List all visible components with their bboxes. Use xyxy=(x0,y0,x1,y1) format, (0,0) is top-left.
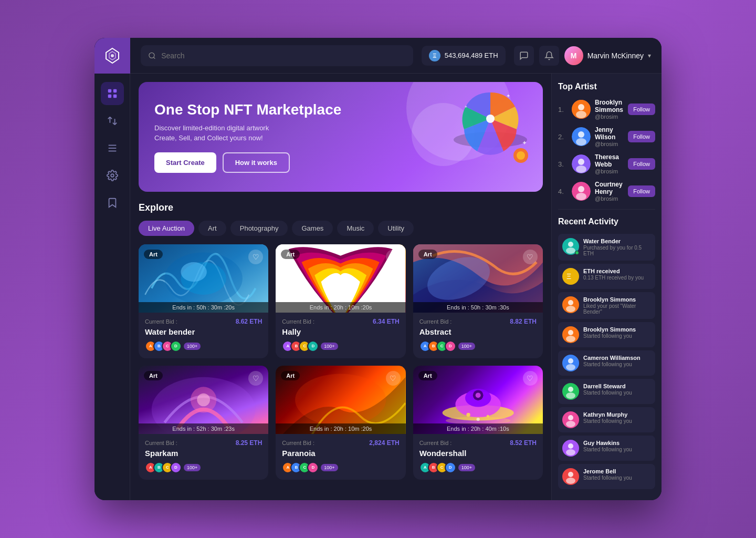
sidebar-item-dashboard[interactable] xyxy=(101,82,124,105)
activity-desc-4: Started following you xyxy=(583,333,651,339)
bell-icon xyxy=(544,51,554,60)
nft-heart-wondershall[interactable]: ♡ xyxy=(523,371,538,386)
svg-text:✦: ✦ xyxy=(506,93,510,99)
svg-point-11 xyxy=(149,53,154,58)
svg-point-63 xyxy=(566,306,575,312)
right-panel: Top Artist 1. Brooklyn Simmons @brosim xyxy=(551,74,662,500)
avatar-stack-water-bender: A B C D xyxy=(145,340,182,352)
nft-bid-value-water-bender: 8.62 ETH xyxy=(236,318,262,325)
tab-art[interactable]: Art xyxy=(198,221,226,236)
nft-timer-sparkam: Ends in : 52h : 30m :23s xyxy=(139,423,268,434)
nft-card-sparkam: Art ♡ Ends in : 52h : 30m :23s Current B… xyxy=(139,366,268,480)
sidebar-item-list[interactable] xyxy=(101,137,124,160)
topbar: Ξ 543,694,489 ETH M Marvin McKinney xyxy=(130,38,662,74)
avatar-sm: D xyxy=(445,462,456,473)
tab-music[interactable]: Music xyxy=(337,221,374,236)
svg-point-81 xyxy=(566,478,575,484)
follow-button-3[interactable]: Follow xyxy=(628,158,655,170)
svg-point-54 xyxy=(578,186,584,192)
svg-point-45 xyxy=(578,104,584,110)
eth-icon: Ξ xyxy=(429,50,440,61)
activity-desc-6: Started following you xyxy=(583,390,651,396)
artist-info-2: Jenny Wilson @brosim xyxy=(595,126,624,147)
sidebar-item-bookmark[interactable] xyxy=(101,191,124,214)
nft-info-paranoia: Current Bid : 2,824 ETH Paranoia A B C xyxy=(276,434,405,480)
nft-heart-abstract[interactable]: ♡ xyxy=(523,250,538,264)
nft-badge-abstract: Art xyxy=(418,250,437,259)
how-it-works-button[interactable]: How it works xyxy=(223,152,290,173)
activity-text-4: Brooklyn Simmons Started following you xyxy=(583,326,651,339)
tab-utility[interactable]: Utility xyxy=(378,221,414,236)
list-icon xyxy=(107,142,118,154)
activity-avatar-5 xyxy=(562,355,579,371)
avatar-count-wondershall: 100+ xyxy=(458,464,475,471)
nft-bid-row-wondershall: Current Bid : 8.52 ETH xyxy=(419,439,537,447)
eth-balance-value: 543,694,489 ETH xyxy=(445,51,498,59)
activity-item-2: Ξ ETH received 0.13 ETH received by you xyxy=(558,264,655,289)
svg-point-80 xyxy=(568,472,573,477)
activity-avatar-1 xyxy=(562,238,579,255)
user-menu[interactable]: M Marvin McKinney ▾ xyxy=(564,46,651,65)
activity-avatar-img-2: Ξ xyxy=(562,268,579,285)
nft-title-hally: Hally xyxy=(282,327,399,336)
follow-button-1[interactable]: Follow xyxy=(628,104,655,115)
avatar-sm: D xyxy=(170,340,182,352)
svg-point-78 xyxy=(566,449,575,456)
hero-art-svg: ✦ ✦ ✦ xyxy=(448,87,532,171)
nft-heart-water-bender[interactable]: ♡ xyxy=(248,250,263,264)
svg-point-43 xyxy=(476,418,479,421)
svg-rect-4 xyxy=(113,89,116,92)
search-box[interactable] xyxy=(141,45,413,66)
activity-avatar-6 xyxy=(562,383,579,400)
avatar-sm: D xyxy=(170,462,182,473)
notification-button[interactable] xyxy=(539,46,559,66)
artist-avatar-img-1 xyxy=(572,100,591,119)
activity-item-4: Brooklyn Simmons Started following you xyxy=(558,322,655,347)
svg-rect-5 xyxy=(108,95,111,98)
activity-name-5: Cameron Williamson xyxy=(583,355,651,361)
tab-photography[interactable]: Photography xyxy=(230,221,288,236)
artist-handle-1: @brosim xyxy=(595,113,624,120)
nft-heart-hally[interactable]: ♡ xyxy=(386,250,401,264)
artist-rank-2: 2. xyxy=(558,133,568,141)
artist-info-1: Brooklyn Simmons @brosim xyxy=(595,99,624,120)
activity-avatar-img-4 xyxy=(562,326,579,343)
start-create-button[interactable]: Start Create xyxy=(154,152,216,173)
nft-avatars-water-bender: A B C D 100+ xyxy=(145,340,262,352)
logo[interactable] xyxy=(94,38,130,74)
nft-heart-paranoia[interactable]: ♡ xyxy=(386,371,401,386)
svg-point-51 xyxy=(578,159,584,165)
follow-button-4[interactable]: Follow xyxy=(628,185,655,197)
nft-bid-value-wondershall: 8.52 ETH xyxy=(510,439,537,447)
activity-text-5: Cameron Williamson Started following you xyxy=(583,355,651,367)
svg-point-33 xyxy=(295,374,386,426)
search-input[interactable] xyxy=(161,51,406,60)
activity-item-8: Guy Hawkins Started following you xyxy=(558,436,655,461)
message-button[interactable] xyxy=(514,46,534,66)
svg-point-74 xyxy=(568,415,573,420)
nft-badge-wondershall: Art xyxy=(418,371,437,380)
artist-rank-3: 3. xyxy=(558,160,568,168)
sidebar-item-transfer[interactable] xyxy=(101,109,124,132)
artist-handle-4: @brosim xyxy=(595,195,624,202)
activity-text-6: Darrell Steward Started following you xyxy=(583,383,651,396)
svg-point-71 xyxy=(568,387,573,392)
settings-icon xyxy=(107,170,118,181)
nft-grid: Art ♡ Ends in : 50h : 30m :20s Current B… xyxy=(139,244,543,480)
activity-name-7: Kathryn Murphy xyxy=(583,411,651,418)
follow-button-2[interactable]: Follow xyxy=(628,131,655,142)
tab-live-auction[interactable]: Live Auction xyxy=(139,221,194,236)
nft-bid-value-abstract: 8.82 ETH xyxy=(510,318,537,325)
sidebar-item-settings[interactable] xyxy=(101,164,124,187)
svg-point-62 xyxy=(568,300,573,305)
svg-point-52 xyxy=(576,165,586,173)
activity-name-4: Brooklyn Simmons xyxy=(583,326,651,333)
artist-info-4: Courtney Henry @brosim xyxy=(595,181,624,202)
tab-games[interactable]: Games xyxy=(292,221,333,236)
nft-bid-label-hally: Current Bid : xyxy=(282,318,314,325)
search-icon xyxy=(148,51,156,60)
nft-thumb-wondershall: Art ♡ Ends in : 20h : 40m :10s xyxy=(413,366,543,434)
nft-heart-sparkam[interactable]: ♡ xyxy=(248,371,263,386)
nft-info-hally: Current Bid : 6.34 ETH Hally A B C xyxy=(276,313,405,358)
activity-avatar-img-3 xyxy=(562,296,579,313)
